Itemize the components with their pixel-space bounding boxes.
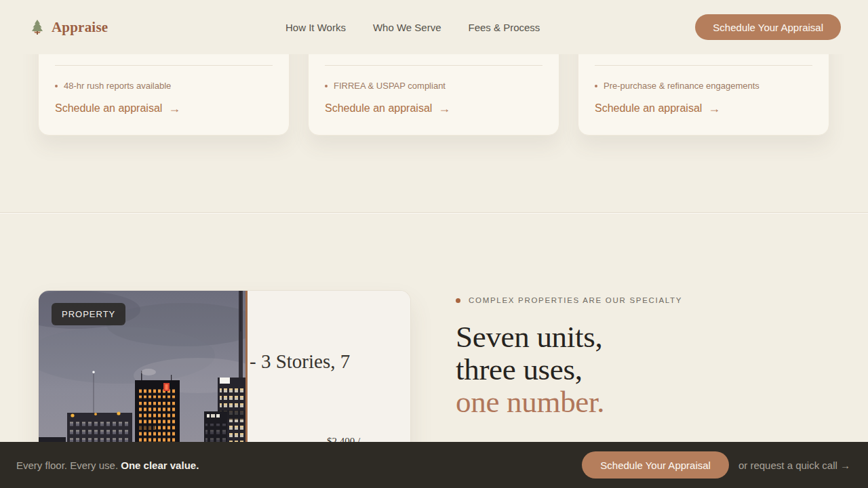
schedule-appraisal-link-label: Schedule an appraisal	[595, 102, 702, 115]
nav-fees-process[interactable]: Fees & Process	[469, 22, 540, 33]
schedule-appraisal-button[interactable]: Schedule Your Appraisal	[695, 14, 841, 40]
arrow-right-icon: →	[168, 102, 180, 115]
bullet-dot-icon	[325, 85, 328, 87]
schedule-appraisal-bar-button[interactable]: Schedule Your Appraisal	[582, 451, 729, 479]
eyebrow-dot-icon	[456, 298, 460, 303]
cta-tagline: Every floor. Every use. One clear value.	[16, 460, 199, 471]
card-feature: Pre-purchase & refinance engagements	[595, 81, 812, 91]
card-divider	[55, 65, 273, 66]
schedule-appraisal-link[interactable]: Schedule an appraisal →	[595, 102, 720, 115]
leaf-tree-icon	[30, 19, 45, 35]
headline-line-2: three uses,	[456, 353, 808, 386]
card-feature-label: 48-hr rush reports available	[64, 81, 171, 91]
sticky-cta-bar: Every floor. Every use. One clear value.…	[0, 442, 868, 488]
eyebrow-label: COMPLEX PROPERTIES ARE OUR SPECIALTY	[469, 296, 682, 304]
cta-tagline-muted: Every floor. Every use.	[16, 460, 121, 471]
arrow-right-icon: →	[438, 102, 450, 115]
site-header: Appraise How It Works Who We Serve Fees …	[0, 0, 868, 54]
main-nav: How It Works Who We Serve Fees & Process	[285, 0, 540, 54]
card-divider	[325, 65, 542, 66]
card-feature: 48-hr rush reports available	[55, 81, 273, 91]
headline-accent: one number.	[456, 386, 808, 418]
card-feature-label: FIRREA & USPAP compliant	[334, 81, 446, 91]
schedule-appraisal-link-label: Schedule an appraisal	[325, 102, 432, 115]
request-quick-call-link[interactable]: or request a quick call →	[738, 460, 850, 471]
property-detail-heading: - 3 Stories, 7	[250, 350, 350, 373]
section-divider	[0, 212, 868, 214]
headline-line-1: Seven units,	[456, 321, 808, 353]
logo[interactable]: Appraise	[30, 0, 108, 54]
bullet-dot-icon	[55, 85, 58, 87]
card-feature: FIRREA & USPAP compliant	[325, 81, 542, 91]
eyebrow: COMPLEX PROPERTIES ARE OUR SPECIALTY	[456, 296, 808, 304]
arrow-right-icon: →	[708, 102, 720, 115]
nav-how-it-works[interactable]: How It Works	[285, 22, 346, 33]
schedule-appraisal-link[interactable]: Schedule an appraisal →	[55, 102, 180, 115]
brand-name: Appraise	[52, 19, 108, 36]
card-divider	[595, 65, 812, 66]
card-feature-label: Pre-purchase & refinance engagements	[604, 81, 760, 91]
cta-tagline-strong: One clear value.	[121, 460, 199, 471]
nav-who-we-serve[interactable]: Who We Serve	[373, 22, 441, 33]
showcase-headline: Seven units, three uses, one number.	[456, 321, 808, 418]
property-badge: PROPERTY	[52, 303, 125, 325]
schedule-appraisal-link-label: Schedule an appraisal	[55, 102, 162, 115]
showcase-copy: COMPLEX PROPERTIES ARE OUR SPECIALTY Sev…	[456, 296, 808, 418]
bullet-dot-icon	[595, 85, 597, 87]
schedule-appraisal-link[interactable]: Schedule an appraisal →	[325, 102, 450, 115]
